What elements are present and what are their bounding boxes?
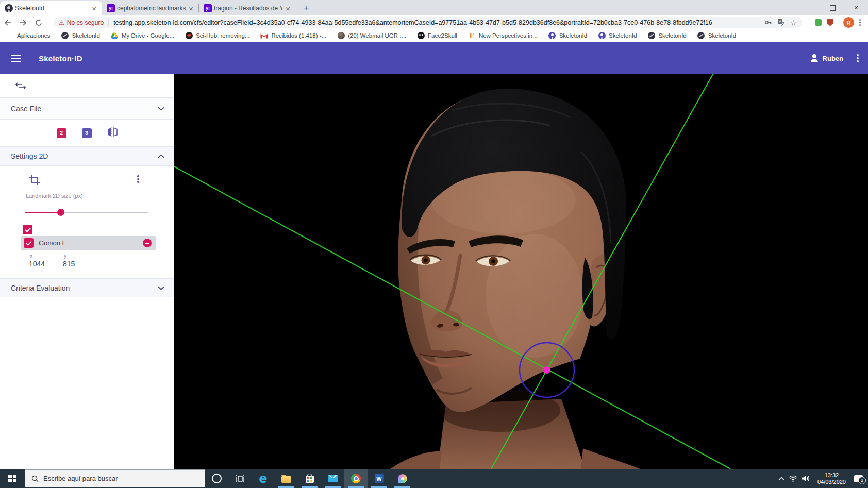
bookmark-item[interactable]: Sci-Hub: removing... xyxy=(185,32,249,40)
tab-close-icon[interactable]: × xyxy=(285,5,291,12)
store-icon xyxy=(306,476,314,483)
taskbar-search[interactable]: Escribe aquí para buscar xyxy=(25,469,205,487)
chrome-button[interactable] xyxy=(344,469,368,488)
password-key-icon[interactable] xyxy=(764,19,772,26)
clock[interactable]: 13:32 04/03/2020 xyxy=(817,472,846,485)
tray-expand-icon[interactable] xyxy=(778,477,784,481)
settings-overflow-button[interactable] xyxy=(137,175,139,183)
yahoo-favicon-icon: y! xyxy=(107,4,115,12)
translate-icon[interactable]: A xyxy=(777,19,785,26)
app-header: Skeleton·ID Ruben xyxy=(0,42,868,74)
section-case-file[interactable]: Case File xyxy=(0,98,174,120)
shoulder-right xyxy=(581,448,640,469)
start-button[interactable] xyxy=(0,469,25,488)
windows-logo-icon xyxy=(8,475,16,483)
user-icon xyxy=(810,54,819,63)
tab-tragion[interactable]: y! tragion - Resultados de Yahoo Es × xyxy=(199,1,296,15)
bookmark-item[interactable]: ENew Perspectives in... xyxy=(468,32,538,40)
chevron-down-icon xyxy=(158,286,164,290)
mirror-tool-button[interactable] xyxy=(107,127,118,139)
tab-skeletonid[interactable]: SkeletonId × xyxy=(0,1,102,15)
task-view-button[interactable] xyxy=(228,469,252,488)
sidebar: Case File 2 3 Settings 2D Landmark 2D si… xyxy=(0,74,174,469)
bookmark-item[interactable]: SkeletonId xyxy=(61,32,100,40)
window-close-button[interactable]: × xyxy=(844,0,868,15)
landmark-point[interactable] xyxy=(543,366,550,374)
drive-icon xyxy=(111,32,119,40)
extension-green-icon[interactable] xyxy=(815,19,822,26)
tab-cephalometric[interactable]: y! cephalometric landmarks in obliq × xyxy=(102,1,199,15)
toolbar-divider xyxy=(839,19,839,27)
bookmark-item[interactable]: Face2Skull xyxy=(417,32,457,40)
bookmark-star-icon[interactable]: ☆ xyxy=(790,19,797,27)
bookmark-item[interactable]: SkeletonId xyxy=(598,32,637,40)
remove-landmark-button[interactable] xyxy=(143,239,152,247)
wifi-icon[interactable] xyxy=(789,475,797,482)
reload-button[interactable] xyxy=(31,16,46,29)
url-field[interactable]: ⚠ No es seguro testing.app.skeleton-id.c… xyxy=(54,17,802,28)
user-button[interactable]: Ruben xyxy=(810,54,843,63)
slider-thumb[interactable] xyxy=(57,209,64,216)
globe-icon xyxy=(697,32,705,40)
tab-title: cephalometric landmarks in obliq xyxy=(117,5,186,12)
viewport-3d[interactable] xyxy=(174,74,868,469)
compare-arrows-button[interactable] xyxy=(0,74,174,98)
user-name: Ruben xyxy=(823,55,843,62)
landmarks-2d-badge[interactable]: 2 xyxy=(57,128,66,138)
bookmark-label: (20) Webmail UGR :... xyxy=(348,32,406,39)
edge-button[interactable]: e xyxy=(252,469,275,488)
maximize-button[interactable] xyxy=(821,0,844,15)
notification-center-button[interactable]: 2 xyxy=(854,475,863,482)
landmark-visibility-checkbox[interactable] xyxy=(23,225,32,234)
file-explorer-icon xyxy=(281,476,291,483)
landmark-checkbox[interactable] xyxy=(24,238,34,248)
window-controls: × xyxy=(797,0,868,15)
slider-fill xyxy=(25,212,61,213)
coord-x-field[interactable]: 1044 xyxy=(29,260,59,272)
file-explorer-button[interactable] xyxy=(275,469,298,488)
section-criteria-evaluation[interactable]: Criteria Evaluation xyxy=(0,278,174,297)
bookmark-item[interactable]: SkeletonId xyxy=(548,32,587,40)
tab-close-icon[interactable]: × xyxy=(188,5,194,12)
bookmark-label: SkeletonId xyxy=(658,32,686,39)
app-overflow-menu-button[interactable] xyxy=(843,54,868,62)
skull-icon xyxy=(417,32,425,40)
bookmark-apps[interactable]: Aplicaciones xyxy=(6,32,51,40)
back-button[interactable] xyxy=(0,16,15,29)
clock-date: 04/03/2020 xyxy=(817,479,846,485)
notification-count-badge: 2 xyxy=(858,477,866,484)
mail-button[interactable] xyxy=(321,469,344,488)
crop-tool-button[interactable] xyxy=(29,174,40,188)
selected-landmark-row[interactable]: Gonion L xyxy=(21,236,156,250)
store-button[interactable] xyxy=(298,469,321,488)
word-button[interactable]: W xyxy=(368,469,391,488)
screen: SkeletonId × y! cephalometric landmarks … xyxy=(0,0,868,488)
bookmark-item[interactable]: (20) Webmail UGR :... xyxy=(337,32,406,40)
bookmark-item[interactable]: My Drive - Google... xyxy=(111,32,174,40)
landmarks-3d-badge[interactable]: 3 xyxy=(82,128,92,138)
security-chip-label[interactable]: No es seguro xyxy=(67,19,104,26)
coord-y-field[interactable]: 815 xyxy=(63,260,93,272)
cortana-button[interactable] xyxy=(205,469,228,488)
face-render[interactable] xyxy=(174,74,868,469)
mail-icon xyxy=(328,475,338,482)
minimize-button[interactable] xyxy=(797,0,821,15)
url-text[interactable]: testing.app.skeleton-id.com/cfs/editor?c… xyxy=(113,19,759,26)
profile-avatar[interactable]: R xyxy=(843,17,854,28)
volume-icon[interactable] xyxy=(802,475,810,482)
extension-shield-icon[interactable] xyxy=(827,19,833,26)
bookmark-item[interactable]: Recibidos (1.418) -... xyxy=(260,32,326,40)
taskbar: Escribe aquí para buscar e W 13:32 04/03… xyxy=(0,469,868,488)
section-settings-2d[interactable]: Settings 2D xyxy=(0,147,174,166)
tab-close-icon[interactable]: × xyxy=(91,5,97,12)
bookmark-item[interactable]: SkeletonId xyxy=(647,32,686,40)
browser-menu-button[interactable] xyxy=(854,19,868,26)
sphere-icon xyxy=(337,32,345,40)
paint3d-button[interactable] xyxy=(391,469,414,488)
bookmark-item[interactable]: SkeletonId xyxy=(697,32,736,40)
landmark-size-slider[interactable] xyxy=(25,209,148,216)
menu-hamburger-button[interactable] xyxy=(11,55,21,62)
new-tab-button[interactable]: + xyxy=(299,1,313,15)
forward-button[interactable] xyxy=(15,16,31,29)
bookmarks-bar: Aplicaciones SkeletonId My Drive - Googl… xyxy=(0,29,868,42)
